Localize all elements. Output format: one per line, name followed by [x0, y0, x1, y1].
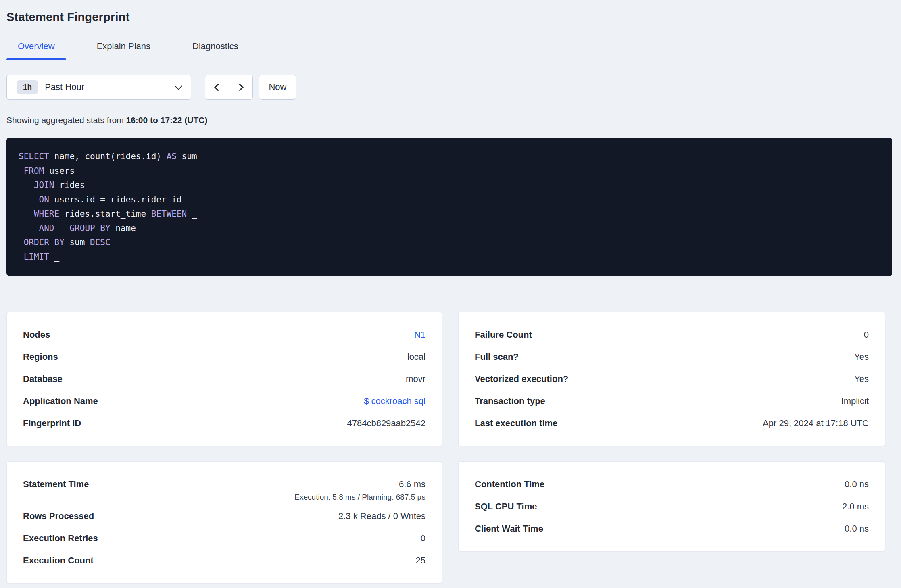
page-title: Statement Fingerprint — [6, 10, 892, 24]
summary-value: Implicit — [841, 390, 869, 412]
summary-label: Application Name — [23, 390, 98, 412]
summary-row: Contention Time0.0 ns — [475, 473, 869, 495]
time-interval-selector[interactable]: 1h Past Hour — [6, 75, 191, 100]
summary-row: Fingerprint ID4784cb829aab2542 — [23, 412, 425, 434]
next-time-button[interactable] — [229, 75, 252, 99]
summary-value: $ cockroach sql — [364, 390, 425, 412]
summary-row: Execution Count25 — [23, 549, 425, 571]
summary-row: SQL CPU Time2.0 ms — [475, 495, 869, 517]
sql-statement-box: SELECT name, count(rides.id) AS sum FROM… — [6, 138, 892, 276]
summary-value-text: $ cockroach sql — [364, 390, 425, 412]
sql-text — [19, 223, 39, 233]
summary-label: Statement Time — [23, 473, 89, 505]
summary-label: Execution Retries — [23, 527, 98, 549]
summary-value-text: 0 — [421, 527, 425, 549]
chevron-left-icon — [214, 83, 221, 91]
sql-keyword: GROUP BY — [69, 223, 110, 233]
tab-diagnostics[interactable]: Diagnostics — [181, 41, 250, 60]
summary-value: 0.0 ns — [845, 473, 869, 495]
prev-time-button[interactable] — [205, 75, 229, 99]
summary-value: 0 — [864, 323, 869, 346]
sql-text: name, count(rides.id) — [49, 152, 167, 161]
summary-value: movr — [406, 368, 425, 390]
summary-value-text: N1 — [414, 323, 425, 346]
statement-fingerprint-page: Statement Fingerprint Overview Explain P… — [0, 0, 901, 583]
sql-line: LIMIT _ — [19, 250, 880, 265]
sql-keyword: BETWEEN — [151, 209, 187, 219]
sql-text: users — [44, 166, 75, 176]
summary-label: Database — [23, 368, 63, 390]
summary-row: Application Name$ cockroach sql — [23, 390, 425, 412]
summary-cards: NodesN1RegionslocalDatabasemovrApplicati… — [6, 312, 892, 583]
sql-keyword: LIMIT — [24, 252, 49, 262]
sql-text — [19, 195, 39, 204]
sql-line: ON users.id = rides.rider_id — [19, 193, 880, 207]
summary-row: Transaction typeImplicit — [475, 390, 869, 412]
summary-row: Full scan?Yes — [475, 346, 869, 368]
summary-row: Client Wait Time0.0 ns — [475, 517, 869, 540]
sql-keyword: ORDER BY — [24, 238, 65, 247]
summary-label: Last execution time — [475, 412, 557, 434]
sql-text: sum — [65, 238, 90, 247]
now-button[interactable]: Now — [259, 75, 296, 100]
sql-text: _ — [54, 223, 70, 233]
summary-value-text: 2.0 ms — [842, 495, 869, 517]
summary-value: 0 — [421, 527, 425, 549]
sql-text: _ — [49, 252, 59, 262]
summary-value: Yes — [854, 346, 869, 368]
value-link[interactable]: $ cockroach sql — [364, 396, 425, 406]
summary-row: Vectorized execution?Yes — [475, 368, 869, 390]
tab-explain-plans[interactable]: Explain Plans — [86, 41, 162, 60]
card-execution-attributes: Failure Count0Full scan?YesVectorized ex… — [458, 312, 885, 446]
sql-text: users.id = rides.rider_id — [49, 195, 182, 204]
summary-value-text: 0.0 ns — [845, 517, 869, 540]
summary-label: Execution Count — [23, 549, 94, 571]
sql-text — [19, 166, 24, 176]
summary-label: Regions — [23, 346, 58, 368]
sql-text — [19, 180, 34, 190]
summary-label: Rows Processed — [23, 505, 94, 527]
summary-value-text: 2.3 k Reads / 0 Writes — [338, 505, 425, 527]
summary-row: Databasemovr — [23, 368, 425, 390]
sql-line: AND _ GROUP BY name — [19, 221, 880, 236]
aggregation-note: Showing aggregated stats from 16:00 to 1… — [6, 115, 892, 125]
summary-value-text: Implicit — [841, 390, 869, 412]
summary-label: Nodes — [23, 323, 50, 346]
summary-row: NodesN1 — [23, 323, 425, 346]
summary-row: Failure Count0 — [475, 323, 869, 346]
sql-keyword: JOIN — [34, 180, 54, 190]
summary-row: Rows Processed2.3 k Reads / 0 Writes — [23, 505, 425, 527]
sql-text — [19, 209, 34, 219]
summary-value-text: local — [407, 346, 425, 368]
value-link[interactable]: N1 — [414, 329, 425, 340]
summary-label: Client Wait Time — [475, 517, 543, 540]
time-interval-badge: 1h — [17, 80, 38, 94]
summary-label: Fingerprint ID — [23, 412, 81, 434]
sql-text: _ — [187, 209, 197, 219]
tab-bar: Overview Explain Plans Diagnostics — [6, 41, 892, 60]
time-step-buttons — [205, 75, 253, 100]
sql-keyword: AND — [39, 223, 54, 233]
summary-value: 6.6 msExecution: 5.8 ms / Planning: 687.… — [294, 473, 425, 505]
sql-text — [19, 252, 24, 262]
sql-keyword: WHERE — [34, 209, 59, 219]
summary-value: 25 — [416, 549, 425, 571]
summary-value: 2.0 ms — [842, 495, 869, 517]
card-timing-stats: Contention Time0.0 nsSQL CPU Time2.0 msC… — [458, 461, 885, 551]
summary-value-text: 25 — [416, 549, 425, 571]
summary-value-text: 0.0 ns — [845, 473, 869, 495]
tab-overview[interactable]: Overview — [6, 41, 66, 60]
sql-line: SELECT name, count(rides.id) AS sum — [19, 150, 880, 164]
summary-label: Transaction type — [475, 390, 545, 412]
sql-line: FROM users — [19, 164, 880, 179]
summary-label: Vectorized execution? — [475, 368, 568, 390]
sql-keyword: SELECT — [19, 152, 49, 161]
summary-label: Failure Count — [475, 323, 532, 346]
summary-row: Last execution timeApr 29, 2024 at 17:18… — [475, 412, 869, 434]
summary-value-text: Yes — [854, 368, 869, 390]
sql-line: WHERE rides.start_time BETWEEN _ — [19, 207, 880, 221]
summary-label: SQL CPU Time — [475, 495, 537, 517]
summary-value-text: 6.6 ms — [294, 473, 425, 495]
summary-value: Apr 29, 2024 at 17:18 UTC — [763, 412, 869, 434]
sql-line: ORDER BY sum DESC — [19, 236, 880, 250]
